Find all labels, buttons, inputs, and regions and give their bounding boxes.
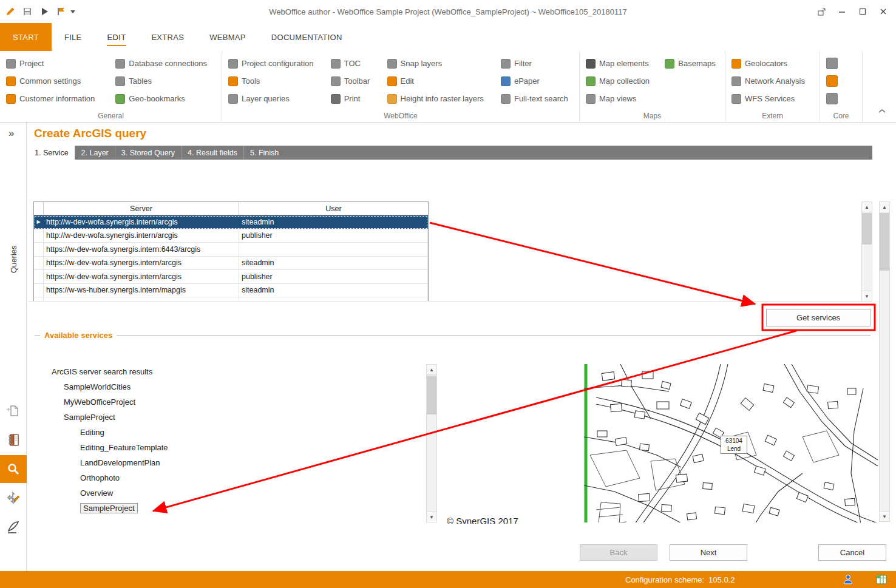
ribbon-item[interactable]: Project — [6, 59, 103, 69]
cancel-button[interactable]: Cancel — [818, 544, 886, 561]
ribbon-item[interactable]: Geo-bookmarks — [115, 94, 216, 104]
ribbon-item[interactable]: Project configuration — [228, 59, 319, 69]
collapse-ribbon-button[interactable] — [875, 106, 889, 116]
wizard-step[interactable]: 1. Service — [29, 146, 75, 160]
scrollbar-thumb[interactable] — [427, 376, 436, 414]
scroll-down-icon[interactable]: ▼ — [862, 291, 872, 301]
ribbon-item[interactable]: WFS Services — [731, 94, 813, 104]
table-row[interactable]: https://w-ws-huber.synergis.intern/mapgi… — [34, 284, 428, 298]
table-status-icon[interactable] — [875, 573, 888, 586]
ribbon-item[interactable] — [826, 93, 856, 104]
server-cell: https://w-dev-wofa.synergis.intern/arcgi… — [44, 270, 239, 283]
tab-start[interactable]: START — [0, 23, 52, 51]
section-divider — [29, 301, 872, 302]
tree-scrollbar[interactable]: ▲ ▼ — [426, 364, 437, 522]
ribbon-item[interactable] — [826, 75, 856, 87]
current-row-marker-icon — [36, 220, 40, 225]
row-marker-header[interactable] — [34, 202, 44, 215]
ribbon-item[interactable]: Map elements — [586, 59, 653, 69]
maximize-icon[interactable] — [854, 4, 872, 19]
notebook-icon[interactable] — [0, 426, 27, 454]
table-row[interactable]: http://w-dev-wofa.synergis.intern/arcgis… — [34, 229, 428, 243]
scrollbar-thumb[interactable] — [880, 213, 889, 271]
wizard-step[interactable]: 2. Layer — [75, 146, 115, 160]
ribbon-item[interactable]: Map views — [586, 94, 653, 104]
table-row[interactable]: http://w-dev-wofa.synergis.intern/arcgis… — [34, 215, 428, 229]
ribbon-group-label: General — [0, 112, 222, 120]
table-scrollbar[interactable]: ▲ ▼ — [861, 201, 872, 302]
tree-item[interactable]: ArcGIS server search results — [36, 364, 419, 379]
new-item-icon[interactable] — [0, 397, 27, 425]
table-row[interactable]: https://w-dev-wofa.synergis.intern/arcgi… — [34, 257, 428, 271]
tree-item[interactable]: SampleWorldCities — [36, 379, 419, 394]
tab-extras[interactable]: EXTRAS — [138, 23, 197, 51]
ribbon-item[interactable]: Filter — [501, 59, 573, 69]
search-icon[interactable] — [0, 455, 27, 483]
minimize-icon[interactable] — [833, 4, 851, 19]
column-header-user[interactable]: User — [239, 202, 428, 215]
get-services-button[interactable]: Get services — [766, 309, 871, 326]
scroll-up-icon[interactable]: ▲ — [862, 202, 872, 212]
tab-webmap[interactable]: WEBMAP — [197, 23, 259, 51]
signature-icon[interactable] — [0, 513, 27, 541]
wizard-step[interactable]: 3. Stored Query — [115, 146, 181, 160]
save-icon[interactable] — [21, 5, 34, 18]
page-scrollbar[interactable]: ▲ ▼ — [879, 201, 890, 522]
close-icon[interactable] — [874, 4, 892, 19]
ribbon-item[interactable]: Full-text search — [501, 94, 573, 104]
wizard-step[interactable]: 5. Finish — [243, 146, 285, 160]
run-icon[interactable] — [38, 5, 51, 18]
ribbon-item[interactable]: Geolocators — [731, 59, 813, 69]
table-row[interactable]: https://w-dev-wofa.synergis.intern:6443/… — [34, 243, 428, 257]
scroll-up-icon[interactable]: ▲ — [880, 202, 889, 212]
tab-edit[interactable]: EDIT — [95, 23, 139, 51]
toolbar-icon — [331, 76, 341, 86]
statusbar: Configuration scheme: 105.0.2 — [0, 571, 896, 588]
dropdown-caret-icon[interactable] — [70, 10, 75, 13]
ribbon-item[interactable]: Basemaps — [665, 59, 719, 69]
tree-item[interactable]: Editing_FeatureTemplate — [36, 440, 419, 455]
ribbon-item[interactable]: ePaper — [501, 76, 573, 86]
next-button[interactable]: Next — [670, 544, 747, 561]
ribbon-item[interactable]: Edit — [387, 76, 489, 86]
scroll-down-icon[interactable]: ▼ — [427, 512, 436, 522]
popout-icon[interactable] — [812, 4, 830, 19]
ribbon-item[interactable]: Network Analysis — [731, 76, 813, 86]
column-header-server[interactable]: Server — [44, 202, 239, 215]
ribbon-item[interactable]: Print — [331, 94, 375, 104]
scrollbar-thumb[interactable] — [862, 213, 872, 245]
user-status-icon[interactable] — [841, 573, 854, 586]
tree-item[interactable]: MyWebOfficeProject — [36, 394, 419, 410]
ribbon-item[interactable]: Common settings — [6, 76, 103, 86]
map-elements-icon — [586, 59, 596, 69]
expand-panel-button[interactable]: » — [8, 127, 14, 140]
pencil-icon[interactable] — [4, 5, 17, 18]
wizard-step[interactable]: 4. Result fields — [181, 146, 243, 160]
tree-item[interactable]: Orthophoto — [36, 470, 419, 485]
move-edit-icon[interactable] — [0, 484, 27, 512]
tree-item[interactable]: SampleProject — [36, 501, 419, 516]
ribbon-item[interactable]: Tools — [228, 76, 319, 86]
ribbon-item[interactable]: Tables — [115, 76, 216, 86]
back-button[interactable]: Back — [580, 544, 657, 561]
tree-item[interactable]: Editing — [36, 425, 419, 440]
ribbon-item[interactable]: Database connections — [115, 59, 216, 69]
tree-item[interactable]: LandDevelopmentPlan — [36, 455, 419, 470]
scroll-down-icon[interactable]: ▼ — [880, 511, 889, 521]
ribbon-item[interactable] — [826, 58, 856, 69]
ribbon-item[interactable]: Customer information — [6, 94, 103, 104]
tree-item[interactable]: SampleProject — [36, 410, 419, 425]
ribbon-item[interactable]: Map collection — [586, 76, 653, 86]
tab-documentation[interactable]: DOCUMENTATION — [259, 23, 355, 51]
ribbon-item[interactable]: Toolbar — [331, 76, 375, 86]
flag-icon[interactable] — [55, 5, 68, 18]
tab-file[interactable]: FILE — [52, 23, 95, 51]
ribbon-item[interactable]: TOC — [331, 59, 375, 69]
ribbon-item[interactable]: Snap layers — [387, 59, 489, 69]
scroll-up-icon[interactable]: ▲ — [427, 365, 436, 375]
ribbon-item[interactable]: Layer queries — [228, 94, 319, 104]
epaper-icon — [501, 76, 511, 86]
tree-item[interactable]: Overview — [36, 485, 419, 501]
table-row[interactable]: https://w-dev-wofa.synergis.intern/arcgi… — [34, 270, 428, 284]
ribbon-item[interactable]: Height info raster layers — [387, 94, 489, 104]
